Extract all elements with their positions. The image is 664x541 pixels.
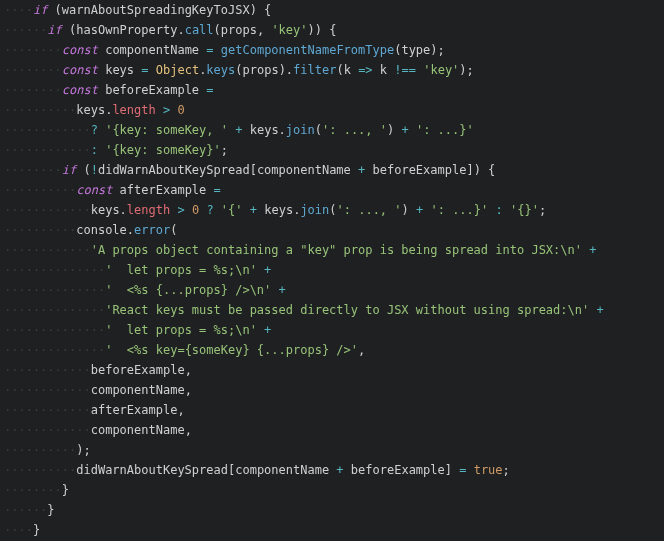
token-pn: ( [76,163,90,177]
token-pn: } [33,523,40,537]
token-pn: . [120,203,127,217]
token-str: ': ...}' [430,203,488,217]
token-pn [185,203,192,217]
token-ws: ·········· [4,463,76,477]
token-id: keys [91,203,120,217]
token-str: ' let props = %s;\n' [105,323,257,337]
code-line: ··············' let props = %s;\n' + [4,263,271,277]
code-line: ········} [4,483,69,497]
token-op: !== [394,63,416,77]
token-ws: ············ [4,243,91,257]
token-ws: ·········· [4,443,76,457]
code-editor[interactable]: ····if (warnAboutSpreadingKeyToJSX) { ··… [0,0,664,540]
token-pn [373,63,380,77]
token-id: props [243,63,279,77]
token-fn: keys [206,63,235,77]
token-op: = [206,43,213,57]
token-pn [271,283,278,297]
token-ws: ···· [4,3,33,17]
token-pn [112,183,119,197]
token-pn: ( [329,203,336,217]
token-ws: ·········· [4,183,76,197]
code-line: ········const keys = Object.keys(props).… [4,63,474,77]
code-line: ··············' <%s key={someKey} {...pr… [4,343,365,357]
code-line: ············? '{key: someKey, ' + keys.j… [4,123,474,137]
token-id: didWarnAboutKeySpread [76,463,228,477]
token-ws: ·············· [4,303,105,317]
token-pn [214,43,221,57]
token-id: afterExample [91,403,178,417]
code-line: ··········keys.length > 0 [4,103,185,117]
code-line: ····} [4,523,40,537]
token-pn: , [177,403,184,417]
token-str: ': ..., ' [322,123,387,137]
token-pn: ( [170,223,177,237]
token-dec: const [62,43,98,57]
token-dec: const [62,63,98,77]
token-str: ' <%s key={someKey} {...props} />' [105,343,358,357]
code-line: ······} [4,503,55,517]
token-op: + [596,303,603,317]
token-ws: ········ [4,83,62,97]
token-pn [242,123,249,137]
token-id: componentName [235,463,329,477]
code-line: ··············' let props = %s;\n' + [4,323,271,337]
token-op: > [177,203,184,217]
token-pn [149,63,156,77]
token-ws: ···· [4,523,33,537]
code-line: ········const componentName = getCompone… [4,43,445,57]
token-pn: } [47,503,54,517]
token-op: : [496,203,503,217]
token-id: keys [264,203,293,217]
token-pn [503,203,510,217]
token-pn: ); [430,43,444,57]
token-pn: ; [503,463,510,477]
token-op: = [141,63,148,77]
token-ws: ········ [4,63,62,77]
token-str: '{key: someKey, ' [105,123,228,137]
token-id: keys [105,63,134,77]
token-ws: ············ [4,363,91,377]
token-op: : [91,143,98,157]
token-op: ! [91,163,98,177]
token-ws: ·········· [4,103,76,117]
token-str: '{' [221,203,243,217]
token-pn: ). [279,63,293,77]
token-op: + [589,243,596,257]
token-id: beforeExample [91,363,185,377]
token-id: beforeExample [105,83,199,97]
token-pn: ( [62,23,76,37]
token-ws: ············ [4,203,91,217]
token-pn: ( [336,63,343,77]
token-dec: const [76,183,112,197]
code-line: ··········didWarnAboutKeySpread[componen… [4,463,510,477]
token-str: 'React keys must be passed directly to J… [105,303,589,317]
token-ws: ········ [4,43,62,57]
token-op: + [264,323,271,337]
token-id: k [344,63,351,77]
token-ws: ············ [4,123,91,137]
token-str: '{key: someKey}' [105,143,221,157]
token-ws: ······ [4,503,47,517]
token-pn: , [257,23,271,37]
token-pn [243,203,250,217]
code-line: ········const beforeExample = [4,83,214,97]
token-cls: Object [156,63,199,77]
token-str: 'key' [423,63,459,77]
token-str: ': ..., ' [337,203,402,217]
token-ws: ············ [4,403,91,417]
token-str: 'A props object containing a "key" prop … [91,243,582,257]
token-pn: . [127,223,134,237]
token-ws: ············ [4,383,91,397]
token-fn: call [185,23,214,37]
token-op: + [336,463,343,477]
token-op: = [206,83,213,97]
token-id: didWarnAboutKeySpread [98,163,250,177]
code-line: ··········); [4,443,91,457]
token-pn [488,203,495,217]
code-line: ····if (warnAboutSpreadingKeyToJSX) { [4,3,271,17]
token-pn [351,163,358,177]
token-pn: ) [402,203,416,217]
token-fn: join [286,123,315,137]
token-pn [206,183,213,197]
